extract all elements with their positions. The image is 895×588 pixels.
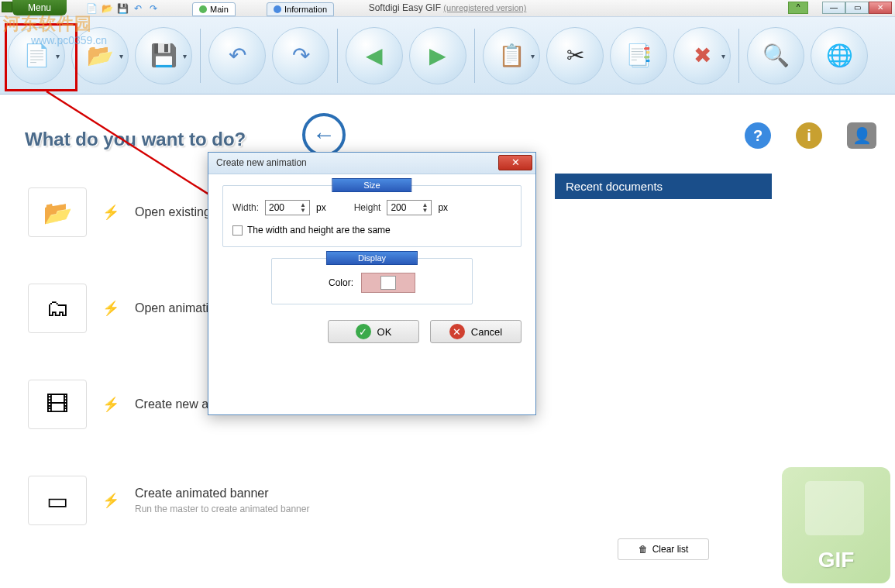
cut-button[interactable]: ✂ bbox=[546, 27, 604, 84]
next-button[interactable]: ▶ bbox=[409, 27, 466, 84]
delete-icon: ✖ bbox=[694, 43, 711, 68]
dialog-title: Create new animation bbox=[216, 157, 307, 168]
ok-button[interactable]: ✓ OK bbox=[328, 320, 419, 343]
create-banner-icon: ▭ bbox=[28, 476, 87, 525]
source-watermark-url: www.pc0359.cn bbox=[31, 34, 107, 46]
dialog-buttons: ✓ OK ✕ Cancel bbox=[208, 320, 535, 343]
redo-icon: ↷ bbox=[292, 43, 310, 68]
trash-icon: 🗑 bbox=[639, 544, 648, 555]
check-icon: ✓ bbox=[356, 324, 371, 339]
maximize-button[interactable]: ▭ bbox=[845, 2, 869, 14]
task-subtitle: Run the master to create animated banner bbox=[135, 504, 309, 514]
source-watermark: 河东软件园 bbox=[3, 12, 92, 36]
height-label: Height bbox=[354, 202, 381, 213]
zoom-in-icon: 🔍 bbox=[762, 43, 790, 68]
qat-open-icon[interactable]: 📂 bbox=[101, 2, 113, 15]
save-icon: 💾 bbox=[150, 43, 177, 68]
zoom-out-button[interactable]: 🌐 bbox=[811, 27, 868, 84]
qat-undo-icon[interactable]: ↶ bbox=[132, 2, 144, 15]
width-value: 200 bbox=[269, 202, 284, 213]
quick-access-toolbar: 📄 📂 💾 ↶ ↷ bbox=[85, 2, 160, 15]
create-new-icon: 🎞 bbox=[28, 380, 87, 429]
create-animation-dialog: Create new animation ✕ Size Width: 200 ▲… bbox=[208, 152, 536, 415]
dialog-close-button[interactable]: ✕ bbox=[498, 155, 532, 170]
ribbon-collapse-icon[interactable]: ^ bbox=[788, 2, 808, 14]
height-input[interactable]: 200 ▲▼ bbox=[387, 200, 432, 215]
clipboard-icon: 📋 bbox=[498, 43, 525, 68]
arrow-left-icon: ← bbox=[312, 122, 336, 148]
open-animation-icon: 🗂 bbox=[28, 284, 87, 333]
user-key-icon[interactable]: 👤 bbox=[847, 122, 876, 149]
zoom-out-icon: 🌐 bbox=[826, 43, 853, 68]
tab-main-icon bbox=[199, 5, 207, 13]
gif-watermark: GIF bbox=[782, 467, 890, 583]
width-unit: px bbox=[316, 202, 326, 213]
unregistered-note[interactable]: (unregistered version) bbox=[443, 3, 526, 12]
ok-label: OK bbox=[377, 326, 392, 338]
zoom-in-button[interactable]: 🔍 bbox=[747, 27, 804, 84]
ribbon-separator bbox=[337, 29, 338, 83]
prev-button[interactable]: ◀ bbox=[346, 27, 403, 84]
delete-button[interactable]: ✖▾ bbox=[673, 27, 731, 84]
tab-info-label: Information bbox=[284, 3, 327, 16]
spinner-arrows-icon[interactable]: ▲▼ bbox=[300, 202, 306, 213]
ribbon-separator bbox=[474, 29, 475, 83]
color-label: Color: bbox=[329, 277, 353, 288]
tab-information[interactable]: Information bbox=[267, 2, 334, 16]
task-title: Create new an bbox=[135, 397, 215, 411]
size-group-label: Size bbox=[332, 178, 411, 192]
bolt-icon: ⚡ bbox=[102, 396, 119, 413]
tab-main[interactable]: Main bbox=[192, 2, 236, 16]
width-input[interactable]: 200 ▲▼ bbox=[265, 200, 310, 215]
cancel-button[interactable]: ✕ Cancel bbox=[430, 320, 522, 343]
window-title: Softdigi Easy GIF (unregistered version) bbox=[369, 2, 527, 13]
titlebar: Menu 📄 📂 💾 ↶ ↷ Main Information Softdigi… bbox=[0, 0, 895, 17]
bolt-icon: ⚡ bbox=[102, 204, 119, 221]
save-button[interactable]: 💾▾ bbox=[135, 27, 192, 84]
ribbon-toolbar: 📄▾ 📂▾ 💾▾ ↶ ↷ ◀ ▶ 📋▾ ✂ 📑 ✖▾ 🔍 🌐 bbox=[0, 17, 895, 95]
x-icon: ✕ bbox=[449, 324, 465, 339]
undo-button[interactable]: ↶ bbox=[208, 27, 266, 84]
info-button[interactable]: i bbox=[796, 122, 822, 149]
task-create-banner[interactable]: ▭ ⚡ Create animated banner Run the maste… bbox=[28, 476, 309, 525]
height-unit: px bbox=[438, 202, 448, 213]
bolt-icon: ⚡ bbox=[102, 492, 119, 509]
ribbon-separator bbox=[738, 29, 739, 83]
task-title: Create animated banner bbox=[135, 487, 309, 500]
back-button[interactable]: ← bbox=[302, 113, 346, 156]
ribbon-separator bbox=[200, 29, 201, 83]
copy-button[interactable]: 📑 bbox=[610, 27, 667, 84]
open-existing-icon: 📂 bbox=[28, 187, 87, 237]
recent-header: Recent documents bbox=[555, 174, 772, 199]
tab-info-icon bbox=[274, 5, 281, 13]
qat-save-icon[interactable]: 💾 bbox=[116, 2, 129, 15]
close-button[interactable]: ✕ bbox=[869, 2, 892, 14]
scissors-icon: ✂ bbox=[566, 43, 584, 68]
color-swatch-button[interactable] bbox=[361, 273, 415, 293]
copy-icon: 📑 bbox=[625, 43, 652, 68]
checkbox-icon bbox=[232, 225, 243, 236]
task-title: Open existing bbox=[135, 205, 211, 219]
window-controls: ^ — ▭ ✕ bbox=[822, 2, 892, 14]
minimize-button[interactable]: — bbox=[822, 2, 845, 14]
color-preview bbox=[380, 276, 396, 290]
page-heading: What do you want to do? bbox=[25, 129, 246, 150]
spinner-arrows-icon[interactable]: ▲▼ bbox=[422, 202, 428, 213]
same-size-checkbox[interactable]: The width and height are the same bbox=[232, 225, 511, 236]
undo-icon: ↶ bbox=[229, 43, 246, 68]
cancel-label: Cancel bbox=[471, 326, 502, 338]
dialog-titlebar[interactable]: Create new animation ✕ bbox=[208, 153, 535, 174]
height-value: 200 bbox=[391, 202, 406, 213]
qat-redo-icon[interactable]: ↷ bbox=[147, 2, 160, 15]
recent-list bbox=[555, 199, 772, 532]
clear-list-button[interactable]: 🗑 Clear list bbox=[618, 538, 709, 560]
display-group-label: Display bbox=[326, 251, 418, 265]
help-icons: ? i 👤 bbox=[745, 122, 876, 149]
bolt-icon: ⚡ bbox=[102, 300, 119, 317]
recent-documents-panel: Recent documents 🗑 Clear list bbox=[555, 174, 772, 560]
help-button[interactable]: ? bbox=[745, 122, 771, 149]
tab-main-label: Main bbox=[210, 3, 229, 16]
redo-button[interactable]: ↷ bbox=[272, 27, 329, 84]
paste-button[interactable]: 📋▾ bbox=[483, 27, 540, 84]
same-size-label: The width and height are the same bbox=[247, 225, 391, 236]
